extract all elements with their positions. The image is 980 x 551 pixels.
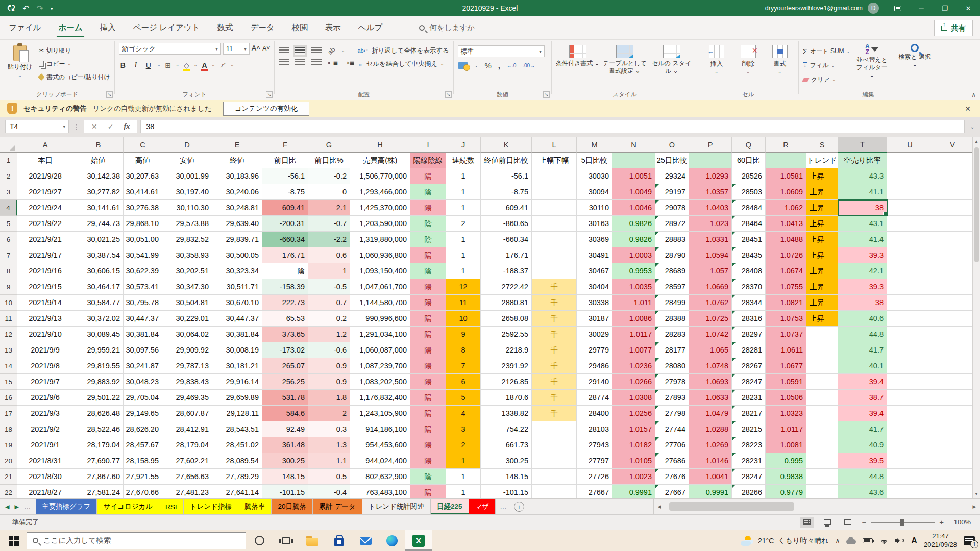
cell-P4[interactable]: 1.0403 bbox=[689, 200, 732, 216]
cell-S7[interactable]: 上昇 bbox=[806, 247, 838, 263]
italic-button[interactable]: I bbox=[132, 61, 140, 69]
cell-P18[interactable]: 1.0288 bbox=[689, 421, 732, 437]
cell-R13[interactable]: 1.0611 bbox=[766, 342, 806, 358]
cell-M8[interactable]: 30467 bbox=[577, 263, 612, 279]
task-view-button[interactable] bbox=[273, 530, 299, 551]
cell-C2[interactable]: 30,207.63 bbox=[124, 168, 162, 184]
row-header-19[interactable]: 19 bbox=[0, 437, 17, 453]
cell-P6[interactable]: 1.0331 bbox=[689, 232, 732, 247]
cell-P10[interactable]: 1.0762 bbox=[689, 295, 732, 311]
cell-G2[interactable]: -0.2 bbox=[308, 168, 350, 184]
cell-H11[interactable]: 990,996,600 bbox=[350, 311, 410, 327]
cell-S10[interactable]: 上昇 bbox=[806, 295, 838, 311]
cell-M2[interactable]: 30030 bbox=[577, 168, 612, 184]
cell-K5[interactable]: -860.65 bbox=[481, 216, 532, 232]
cell-Q19[interactable]: 28223 bbox=[732, 437, 766, 453]
number-dialog-launcher[interactable]: ↘ bbox=[543, 91, 550, 98]
autosum-button[interactable]: Σオート SUM⌄ bbox=[803, 45, 850, 57]
font-size-select[interactable]: 11▾ bbox=[223, 43, 250, 55]
field-header[interactable] bbox=[689, 153, 732, 168]
cell-N9[interactable]: 1.0035 bbox=[612, 279, 655, 295]
cell-L9[interactable]: 千 bbox=[532, 279, 577, 295]
cell-S4[interactable]: 上昇 bbox=[806, 200, 838, 216]
cell-Q2[interactable]: 28526 bbox=[732, 168, 766, 184]
cell-H10[interactable]: 1,144,580,700 bbox=[350, 295, 410, 311]
cell-G18[interactable]: 0.3 bbox=[308, 421, 350, 437]
cell-R5[interactable]: 1.0413 bbox=[766, 216, 806, 232]
cell-U6[interactable] bbox=[887, 232, 933, 247]
cell-Q6[interactable]: 28451 bbox=[732, 232, 766, 247]
cell-D18[interactable]: 28,412.91 bbox=[162, 421, 212, 437]
cell-N4[interactable]: 1.0046 bbox=[612, 200, 655, 216]
cell-I5[interactable]: 陰 bbox=[410, 216, 446, 232]
cell-P3[interactable]: 1.0357 bbox=[689, 184, 732, 200]
cell-H5[interactable]: 1,203,590,000 bbox=[350, 216, 410, 232]
new-sheet-button[interactable]: + bbox=[514, 502, 524, 512]
cell-S15[interactable] bbox=[806, 374, 838, 390]
cell-L10[interactable]: 千 bbox=[532, 295, 577, 311]
cell-T11[interactable]: 40.6 bbox=[838, 311, 887, 327]
cell-Q14[interactable]: 28267 bbox=[732, 358, 766, 374]
cell-G12[interactable]: 1.2 bbox=[308, 327, 350, 342]
cell-V11[interactable] bbox=[933, 311, 972, 327]
cell-J13[interactable]: 8 bbox=[446, 342, 481, 358]
ribbon-tab-ページ レイアウト[interactable]: ページ レイアウト bbox=[125, 16, 209, 39]
cell-C22[interactable]: 27,670.66 bbox=[124, 485, 162, 498]
row-header-1[interactable]: 1 bbox=[0, 153, 17, 168]
cell-S18[interactable] bbox=[806, 421, 838, 437]
cell-J19[interactable]: 2 bbox=[446, 437, 481, 453]
cell-O17[interactable]: 27798 bbox=[655, 406, 689, 421]
row-header-6[interactable]: 6 bbox=[0, 232, 17, 247]
cell-R20[interactable]: 0.995 bbox=[766, 453, 806, 469]
edge-button[interactable] bbox=[379, 530, 405, 551]
cell-T13[interactable]: 41.7 bbox=[838, 342, 887, 358]
row-header-14[interactable]: 14 bbox=[0, 358, 17, 374]
tell-me-box[interactable]: 何をしますか bbox=[419, 23, 475, 33]
cell-F8[interactable]: 陰 bbox=[262, 263, 308, 279]
cell-Q11[interactable]: 28316 bbox=[732, 311, 766, 327]
cell-P21[interactable]: 1.0041 bbox=[689, 469, 732, 485]
row-header-4[interactable]: 4 bbox=[0, 200, 17, 216]
column-header-U[interactable]: U bbox=[887, 137, 933, 153]
cell-D12[interactable]: 30,064.02 bbox=[162, 327, 212, 342]
cell-H13[interactable]: 1,060,087,000 bbox=[350, 342, 410, 358]
cell-L15[interactable]: 千 bbox=[532, 374, 577, 390]
cell-I22[interactable]: 陽 bbox=[410, 485, 446, 498]
cell-J11[interactable]: 10 bbox=[446, 311, 481, 327]
cell-O16[interactable]: 27893 bbox=[655, 390, 689, 406]
cell-I19[interactable]: 陽 bbox=[410, 437, 446, 453]
cell-F20[interactable]: 300.25 bbox=[262, 453, 308, 469]
find-select-button[interactable]: 検索と 選択 ⌄ bbox=[896, 43, 934, 79]
cell-V19[interactable] bbox=[933, 437, 972, 453]
cell-D15[interactable]: 29,838.43 bbox=[162, 374, 212, 390]
column-header-C[interactable]: C bbox=[124, 137, 162, 153]
cell-C9[interactable]: 30,573.41 bbox=[124, 279, 162, 295]
next-sheet-icon[interactable]: ▶ bbox=[14, 504, 18, 510]
column-header-P[interactable]: P bbox=[689, 137, 732, 153]
cell-S2[interactable]: 上昇 bbox=[806, 168, 838, 184]
increase-decimal-icon[interactable]: ←.0 bbox=[507, 63, 516, 68]
cell-J5[interactable]: 2 bbox=[446, 216, 481, 232]
decrease-indent-icon[interactable]: ⇤≣ bbox=[328, 59, 338, 66]
cell-E14[interactable]: 30,181.21 bbox=[212, 358, 262, 374]
cell-L19[interactable] bbox=[532, 437, 577, 453]
cell-M6[interactable]: 30369 bbox=[577, 232, 612, 247]
cell-A22[interactable]: 2021/8/27 bbox=[17, 485, 74, 498]
field-header[interactable]: 高値 bbox=[124, 153, 162, 168]
cell-J4[interactable]: 1 bbox=[446, 200, 481, 216]
align-left-icon[interactable] bbox=[279, 59, 289, 66]
cell-G22[interactable]: -0.4 bbox=[308, 485, 350, 498]
collapse-ribbon-icon[interactable]: ∧ bbox=[971, 91, 976, 98]
cell-J10[interactable]: 11 bbox=[446, 295, 481, 311]
cell-I7[interactable]: 陽 bbox=[410, 247, 446, 263]
cell-A9[interactable]: 2021/9/15 bbox=[17, 279, 74, 295]
cell-N10[interactable]: 1.011 bbox=[612, 295, 655, 311]
cell-C4[interactable]: 30,276.38 bbox=[124, 200, 162, 216]
file-explorer-button[interactable] bbox=[299, 530, 326, 551]
zoom-slider-thumb[interactable] bbox=[900, 519, 904, 526]
cell-N18[interactable]: 1.0157 bbox=[612, 421, 655, 437]
cell-C10[interactable]: 30,795.78 bbox=[124, 295, 162, 311]
cell-G4[interactable]: 2.1 bbox=[308, 200, 350, 216]
cell-S21[interactable] bbox=[806, 469, 838, 485]
cell-B19[interactable]: 28,179.04 bbox=[74, 437, 124, 453]
